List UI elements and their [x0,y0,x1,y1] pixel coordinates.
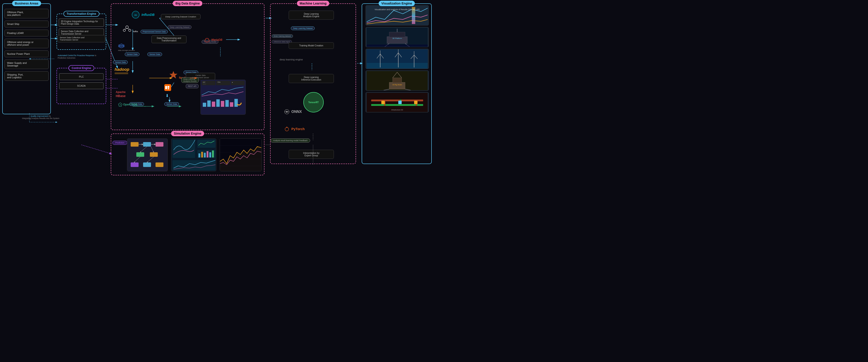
data-preprocessing-node: Data Preprocessing andTransformation [151,35,186,43]
training-model-creation-card: Training Model Creation [289,42,334,49]
svg-rect-63 [389,32,405,37]
dl-inference-card: Deep LearningInference Execution [289,74,334,83]
viz-description: Visualization and Analysis of Results (2… [364,8,430,11]
svg-rect-47 [221,101,224,107]
sensor-data-badge-1: Sensor Data [125,53,140,56]
sensor-data-badge-5: Sensor Data [164,102,179,106]
svg-rect-48 [225,100,229,107]
deep-learning-dataset-creation: Deep Learning Dataset Creation [161,14,200,19]
deep-learning-engine-label: deep learning engine [280,58,303,61]
big-data-engine-section: Big Data Engine idb InfluxDB Deep Learni… [111,3,265,130]
svg-rect-67 [367,45,428,47]
transformation-engine-section: Transformation Engine 3D Engine Integrat… [57,13,106,50]
prediction-badge: Prediction [112,141,127,145]
svg-rect-105 [156,142,163,147]
enter-training-badge: Enter training dataset [272,34,293,38]
svg-rect-127 [173,160,215,170]
hbase-node: Apache HBase [116,90,126,98]
sensor-data-te: Sensor Data [113,60,128,64]
control-engine-title: Control Engine [68,65,94,71]
svg-rect-100 [414,101,417,104]
deep-learning-dataset-badge: Deep Learning Dataset [168,25,191,29]
simulation-engine-title: Simulation Engine [171,131,204,136]
ce-item-plc: PLC [59,73,103,80]
svg-rect-108 [136,152,144,157]
svg-text:3D Platform: 3D Platform [393,37,402,39]
svg-text:Infrastructure 3D: Infrastructure 3D [391,109,403,111]
svg-rect-71 [367,63,428,68]
svg-rect-125 [209,152,211,158]
svg-marker-36 [169,71,178,79]
svg-rect-103 [131,142,138,147]
transformation-engine-title: Transformation Engine [64,11,99,17]
business-areas-section: Business Areas Offshore Plant,sea platfo… [2,3,51,114]
machine-learning-section: Machine Learning Deep LearningAnalysis E… [270,3,356,164]
dl-results-badge: Deep LearningAnalysis Results [181,77,199,83]
ba-item-2: Smart Ship [4,21,49,27]
svg-rect-123 [204,153,206,158]
dl-analysis-engine-card: Deep LearningAnalysis Engine [289,11,334,20]
rabbitmq-node [164,84,171,92]
interpretation-expert-card: Interpretation byExpert Group [289,150,334,159]
analysis-feedback-badge: Analysis result learning model Feedback [271,138,310,142]
ba-item-4: Offshore wind energy oroffshore wind pow… [4,39,49,48]
svg-rect-126 [212,150,214,158]
te-item-1: 3D Engine Integration Technology forPlan… [59,19,104,27]
svg-rect-99 [398,101,402,104]
control-engine-section: Control Engine PLC SCADA [57,68,106,104]
svg-rect-94 [371,104,423,106]
influxdb-label: InfluxDB [142,13,155,17]
rest-api-badge: REST API [186,84,198,88]
svg-rect-124 [207,151,209,158]
big-data-engine-title: Big Data Engine [173,1,202,6]
ce-item-scada: SCADA [59,82,103,89]
main-diagram: Business Areas Offshore Plant,sea platfo… [0,0,434,181]
simulation-engine-section: Simulation Engine Prediction [111,134,265,175]
ba-item-1: Offshore Plant,sea platform [4,9,49,18]
svg-line-33 [127,28,130,29]
pytorch-badge: PyTorch [284,126,305,132]
sim-image-2 [171,138,216,171]
svg-rect-85 [389,82,405,89]
sensor-data-badge-2: Sensor Data [147,53,162,56]
dashboard-mockup: 287users 75% ● [200,80,246,115]
onnx-badge: ONNX [284,109,302,114]
ba-item-3: Floating LiDAR [4,30,49,36]
svg-rect-86 [393,78,402,83]
viz-image-3 [366,49,429,69]
ba-item-7: Shipping, Port,and Logistics [4,71,49,81]
opentsdb-node: ◆ OpenTSDB [118,102,137,107]
automated-control-text: Automated Control for Proactive Response… [58,54,106,59]
svg-rect-113 [143,163,151,167]
ba-item-5: Nuclear Power Plant [4,51,49,57]
svg-rect-45 [212,102,215,107]
arrow-down-icon: ⬇ [165,93,169,98]
machine-learning-title: Machine Learning [297,1,329,6]
business-areas-title: Business Areas [12,1,41,6]
svg-rect-109 [150,152,158,157]
svg-rect-44 [207,101,211,107]
ml-dl-dataset-badge: Deep Learning Dataset [291,26,315,30]
visualization-engine-section: Visualization Engine Visualization and A… [362,3,432,164]
svg-rect-114 [156,163,163,167]
svg-point-40 [168,88,169,89]
svg-rect-112 [131,163,138,167]
svg-point-53 [286,111,288,113]
svg-rect-70 [367,49,428,63]
svg-point-30 [123,29,125,31]
viz-image-2: 3D Platform [366,27,429,47]
svg-point-31 [129,29,131,31]
visualization-engine-title: Visualization Engine [379,1,415,6]
tensorrt-badge: TensorRT [303,92,324,112]
kafka-node: kafka [123,25,138,33]
quality-improvement-text: Quality Improvement byIntegrating Analys… [18,115,63,119]
svg-text:◆: ◆ [120,104,121,106]
hadoop-node: hadoop [115,67,129,74]
svg-rect-104 [143,142,151,147]
svg-point-29 [126,26,128,28]
svg-rect-49 [230,102,233,107]
svg-rect-122 [201,152,203,158]
preprocessed-sensor-badge: Preprocessed Sensor Data [141,30,168,33]
svg-line-32 [124,28,127,29]
ba-item-6: Water Supply andSewerage [4,59,49,69]
